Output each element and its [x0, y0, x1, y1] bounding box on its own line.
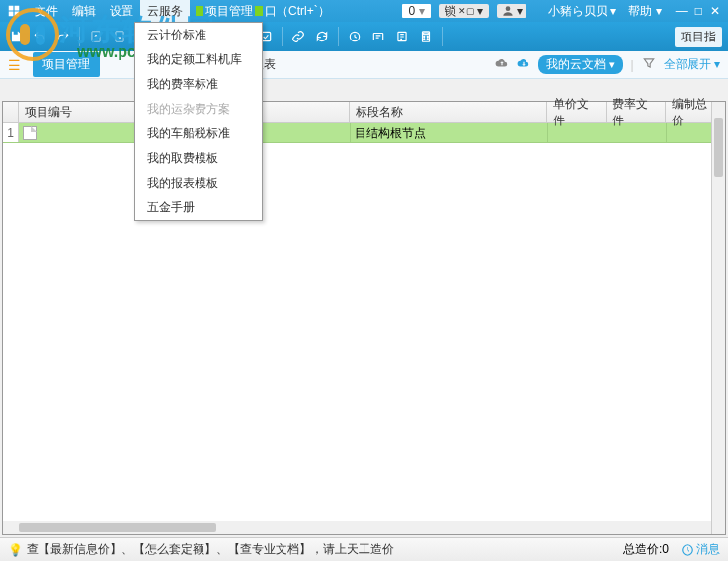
dd-my-fee-template[interactable]: 我的取费模板	[135, 146, 262, 171]
header-spacer	[261, 102, 350, 122]
message-button[interactable]: 消息	[681, 541, 720, 558]
tab-project-manage[interactable]: 项目管理	[33, 52, 100, 77]
cell-rate-file[interactable]	[607, 123, 666, 142]
my-cloud-doc-button[interactable]: 我的云文档 ▾	[538, 55, 622, 74]
minimize-button[interactable]: —	[676, 4, 688, 18]
tool-icon-3[interactable]	[392, 27, 412, 46]
header-segment-name[interactable]: 标段名称	[350, 102, 547, 122]
ribbon-toolbar: 计算 项目指	[0, 22, 728, 51]
menu-settings[interactable]: 设置	[103, 0, 140, 22]
cloud-up-icon[interactable]	[495, 56, 509, 73]
file-icon	[23, 126, 37, 140]
user-dropdown-icon[interactable]: ▾	[497, 4, 526, 18]
header-rate-file[interactable]: 费率文件	[607, 102, 666, 122]
title-text-suffix: 口（Ctrl+`）	[265, 3, 330, 20]
list-icon[interactable]: ☰	[8, 57, 21, 73]
title-text-prefix: 项目管理	[205, 3, 253, 20]
dd-my-transport-fee: 我的运杂费方案	[135, 97, 262, 121]
svg-point-19	[427, 36, 428, 37]
status-tip[interactable]: 查【最新信息价】、【怎么套定额】、【查专业文档】，请上天工造价	[27, 541, 394, 558]
project-indicator-button[interactable]: 项目指	[675, 27, 722, 47]
page-down-icon[interactable]	[110, 27, 129, 46]
maximize-button[interactable]: □	[695, 4, 702, 18]
expand-all-button[interactable]: 全部展开 ▾	[664, 56, 720, 73]
svg-rect-1	[92, 32, 100, 42]
dd-my-report-template[interactable]: 我的报表模板	[135, 171, 262, 196]
menu-edit[interactable]: 编辑	[65, 0, 103, 22]
dd-my-quota-lib[interactable]: 我的定额工料机库	[135, 47, 262, 72]
svg-point-18	[424, 36, 425, 37]
tool-icon-1[interactable]	[345, 27, 364, 46]
svg-point-0	[506, 6, 511, 11]
svg-point-21	[427, 39, 428, 40]
cell-price-file[interactable]	[547, 123, 607, 142]
dd-my-rate-std[interactable]: 我的费率标准	[135, 72, 262, 97]
username-label[interactable]: ゞ小豬ら贝贝 ▾	[536, 3, 616, 20]
lock-button[interactable]: 锁✕▢▾	[439, 4, 489, 18]
header-price-file[interactable]: 单价文件	[547, 102, 607, 122]
grid-header: 项目编号 标段名称 单价文件 费率文件 编制总价	[3, 102, 725, 123]
refresh-icon[interactable]	[312, 27, 332, 46]
horizontal-scrollbar[interactable]	[3, 521, 711, 534]
link-icon[interactable]	[288, 27, 308, 46]
menu-file[interactable]: 文件	[28, 0, 65, 22]
dd-hardware-manual[interactable]: 五金手册	[135, 196, 262, 220]
app-icon	[4, 1, 24, 21]
counter-badge[interactable]: 0▾	[402, 4, 431, 18]
cloud-service-dropdown: 云计价标准 我的定额工料机库 我的费率标准 我的运杂费方案 我的车船税标准 我的…	[134, 22, 263, 221]
status-bar: 💡 查【最新信息价】、【怎么套定额】、【查专业文档】，请上天工造价 总造价:0 …	[0, 537, 728, 561]
page-up-icon[interactable]	[86, 27, 106, 46]
cloud-down-icon[interactable]	[517, 56, 530, 73]
header-row-num	[3, 102, 19, 122]
total-price-label: 总造价:0	[623, 541, 669, 558]
title-bar: 文件 编辑 设置 云服务 项目管理 口（Ctrl+`） 0▾ 锁✕▢▾ ▾ ゞ小…	[0, 0, 728, 22]
bulb-icon: 💡	[8, 543, 23, 557]
svg-rect-17	[424, 33, 429, 35]
scroll-corner	[711, 521, 725, 534]
vertical-scrollbar[interactable]	[711, 102, 725, 521]
svg-rect-14	[373, 34, 382, 40]
close-button[interactable]: ✕	[710, 4, 720, 18]
cell-segment-name[interactable]: 目结构根节点	[350, 123, 547, 142]
window-title: 项目管理 口（Ctrl+`）	[196, 3, 330, 20]
redo-icon[interactable]	[53, 27, 73, 46]
menu-cloud-service[interactable]: 云服务	[140, 0, 190, 22]
row-number: 1	[3, 123, 19, 142]
svg-point-20	[424, 39, 425, 40]
dd-my-vehicle-tax[interactable]: 我的车船税标准	[135, 121, 262, 146]
title-marker-icon	[196, 6, 203, 16]
calculator-icon[interactable]	[416, 27, 436, 46]
undo-icon[interactable]	[30, 27, 49, 46]
title-marker-icon	[255, 6, 263, 16]
svg-rect-2	[116, 32, 123, 42]
secondary-toolbar: ☰ 项目管理 目报表 我的云文档 ▾ | 全部展开 ▾	[0, 51, 728, 79]
tool-icon-2[interactable]	[368, 27, 388, 46]
save-icon[interactable]	[6, 27, 26, 46]
data-grid: 项目编号 标段名称 单价文件 费率文件 编制总价 1 目结构根节点 0	[2, 101, 726, 535]
filter-icon[interactable]	[642, 56, 656, 73]
help-menu[interactable]: 帮助 ▾	[628, 3, 661, 20]
dd-cloud-pricing[interactable]: 云计价标准	[135, 23, 262, 47]
table-row[interactable]: 1 目结构根节点 0	[3, 123, 725, 143]
